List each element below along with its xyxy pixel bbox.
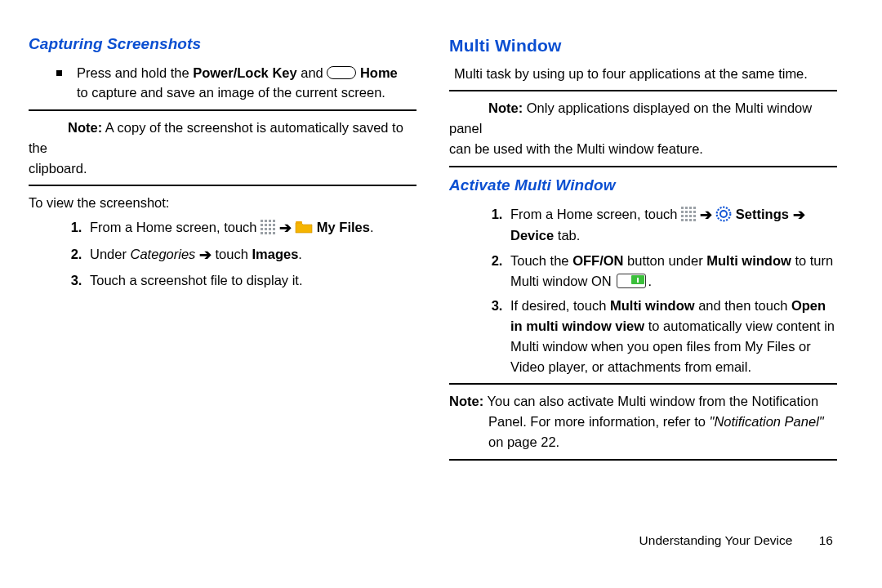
text-bold: Power/Lock Key [193, 65, 296, 80]
text: Under [90, 247, 131, 261]
svg-rect-19 [689, 207, 692, 209]
text: . [370, 220, 374, 234]
text: and then touch [695, 298, 791, 313]
text-bold: Home [356, 65, 397, 80]
svg-rect-21 [681, 211, 684, 213]
apps-grid-icon [261, 220, 275, 234]
note-label: Note: [488, 100, 523, 115]
right-column: Multi Window Multi task by using up to f… [449, 33, 837, 531]
list-item: From a Home screen, touch ➔ My Files. [86, 216, 416, 238]
text-bold: Images [252, 247, 298, 261]
arrow-icon: ➔ [279, 220, 292, 236]
note-label: Note: [68, 120, 102, 135]
divider [29, 109, 416, 111]
text-bold: Multi window [610, 298, 695, 313]
svg-rect-25 [681, 215, 684, 217]
svg-rect-29 [681, 219, 684, 221]
svg-rect-7 [273, 224, 275, 226]
heading-activate-multi-window: Activate Multi Window [449, 174, 837, 198]
text: to capture and save an image of the curr… [77, 82, 398, 103]
note-notification-panel: Note: You can also activate Multi window… [449, 391, 837, 452]
text-bold: Device [510, 228, 554, 243]
apps-grid-icon [681, 207, 696, 221]
page-footer: Understanding Your Device 16 [29, 531, 837, 550]
svg-rect-26 [685, 215, 688, 217]
footer-section: Understanding Your Device [639, 533, 793, 547]
text: and [297, 65, 327, 80]
svg-rect-15 [273, 232, 275, 234]
bullet-text: Press and hold the Power/Lock Key and Ho… [77, 63, 398, 104]
svg-rect-18 [685, 207, 688, 209]
text-bold: OFF/ON [572, 253, 623, 268]
list-item: If desired, touch Multi window and then … [506, 296, 837, 376]
svg-rect-2 [269, 220, 271, 222]
view-screenshot-intro: To view the screenshot: [29, 193, 416, 213]
svg-rect-8 [261, 228, 263, 230]
text: . [648, 274, 652, 288]
svg-rect-4 [261, 224, 263, 226]
bullet-square-icon [56, 70, 62, 76]
text: If desired, touch [510, 298, 610, 313]
text-bold: Multi window [706, 253, 791, 268]
svg-rect-31 [689, 219, 692, 221]
folder-icon [295, 220, 313, 234]
text-bold: Settings [736, 207, 793, 221]
multi-window-intro: Multi task by using up to four applicati… [454, 64, 837, 84]
heading-multi-window: Multi Window [449, 33, 837, 59]
svg-rect-11 [273, 228, 275, 230]
arrow-icon: ➔ [793, 207, 805, 223]
svg-rect-14 [269, 232, 271, 234]
text: tab. [554, 228, 580, 243]
home-key-icon [327, 66, 356, 79]
list-item: Under Categories ➔ touch Images. [86, 243, 416, 265]
text: Touch the [510, 253, 572, 268]
view-screenshot-steps: From a Home screen, touch ➔ My Files. [29, 216, 416, 291]
note-clipboard: Note: A copy of the screenshot is automa… [29, 118, 416, 178]
note-label: Note: [449, 394, 483, 408]
list-item: Touch a screenshot file to display it. [86, 270, 416, 291]
svg-rect-28 [693, 215, 696, 217]
svg-rect-24 [693, 211, 696, 213]
screenshot-instruction-bullet: Press and hold the Power/Lock Key and Ho… [29, 63, 416, 104]
heading-capturing-screenshots: Capturing Screenshots [29, 33, 416, 56]
svg-rect-17 [681, 207, 684, 209]
note-text: can be used with the Multi window featur… [449, 139, 703, 159]
page-columns: Capturing Screenshots Press and hold the… [29, 33, 837, 531]
svg-rect-16 [296, 221, 302, 224]
text-italic: Categories [131, 247, 199, 261]
note-text-italic: "Notification Panel" [710, 414, 824, 429]
svg-rect-23 [689, 211, 692, 213]
svg-rect-13 [265, 232, 267, 234]
svg-rect-22 [685, 211, 688, 213]
activate-steps: From a Home screen, touch ➔ Settings ➔ [449, 203, 837, 376]
list-item: From a Home screen, touch ➔ Settings ➔ [506, 203, 837, 246]
svg-rect-10 [269, 228, 271, 230]
svg-rect-20 [693, 207, 696, 209]
svg-rect-6 [269, 224, 271, 226]
svg-rect-27 [689, 215, 692, 217]
arrow-icon: ➔ [199, 247, 212, 263]
text-bold: My Files [317, 220, 370, 234]
svg-rect-1 [265, 220, 267, 222]
svg-rect-3 [273, 220, 275, 222]
gear-icon [715, 206, 732, 222]
note-multi-window-panel: Note: Only applications displayed on the… [449, 98, 837, 158]
page-number: 16 [819, 533, 833, 547]
note-text: clipboard. [29, 158, 87, 179]
svg-rect-5 [265, 224, 267, 226]
divider [449, 459, 837, 461]
svg-point-33 [717, 207, 731, 221]
svg-rect-32 [693, 219, 696, 221]
text: button under [623, 253, 706, 268]
text: Press and hold the [77, 65, 193, 80]
toggle-on-icon [617, 274, 646, 288]
note-text: on page 22. [488, 434, 559, 449]
divider [449, 90, 837, 91]
svg-rect-9 [265, 228, 267, 230]
text: touch [212, 247, 252, 261]
svg-point-34 [720, 211, 727, 217]
list-item: Touch the OFF/ON button under Multi wind… [506, 251, 837, 292]
svg-rect-30 [685, 219, 688, 221]
arrow-icon: ➔ [700, 207, 712, 223]
divider [449, 383, 837, 385]
